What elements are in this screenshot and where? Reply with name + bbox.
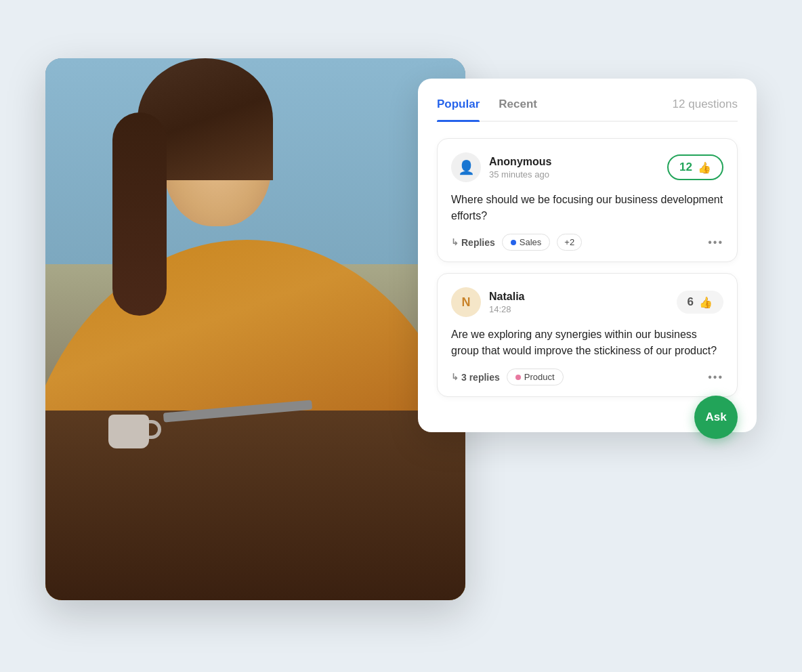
user-meta-2: Natalia 14:28: [489, 291, 524, 314]
tab-recent[interactable]: Recent: [499, 98, 537, 121]
tag-product[interactable]: Product: [507, 369, 564, 385]
thumbup-icon-1: 👍: [698, 161, 711, 174]
user-info-1: 👤 Anonymous 35 minutes ago: [451, 152, 551, 182]
tag-dot-product: [515, 375, 521, 380]
user-info-2: N Natalia 14:28: [451, 287, 524, 317]
card-footer-2: ↳ 3 replies Product •••: [451, 369, 723, 385]
vote-count-2: 6: [688, 295, 694, 309]
person-icon: 👤: [458, 159, 475, 175]
photo-background: [45, 58, 465, 600]
user-meta-1: Anonymous 35 minutes ago: [489, 156, 551, 180]
reply-arrow-icon-1: ↳: [451, 237, 459, 247]
tag-label-sales: Sales: [520, 237, 542, 247]
tag-label-product: Product: [524, 372, 555, 382]
card-footer-1: ↳ Replies Sales +2 •••: [451, 234, 723, 251]
qa-panel: Popular Recent 12 questions 👤 Anonymous …: [418, 79, 757, 432]
question-text-2: Are we exploring any synergies within ou…: [451, 327, 723, 359]
mug: [108, 415, 149, 448]
reply-arrow-icon-2: ↳: [451, 372, 459, 382]
user-name-2: Natalia: [489, 291, 524, 303]
vote-badge-2[interactable]: 6 👍: [677, 291, 723, 314]
avatar-letter-2: N: [462, 295, 471, 310]
card-header-1: 👤 Anonymous 35 minutes ago 12 👍: [451, 152, 723, 182]
card-header-2: N Natalia 14:28 6 👍: [451, 287, 723, 317]
tag-dot-sales: [511, 240, 516, 245]
user-time-1: 35 minutes ago: [489, 169, 551, 180]
vote-count-1: 12: [679, 161, 692, 174]
hair-side: [112, 112, 167, 316]
photo-card: [45, 58, 465, 600]
question-card-2: N Natalia 14:28 6 👍 Are we exploring any…: [437, 273, 738, 397]
question-text-1: Where should we be focusing our business…: [451, 192, 723, 224]
tag-more-1[interactable]: +2: [557, 234, 582, 251]
tab-count: 12 questions: [673, 98, 738, 121]
scene: Popular Recent 12 questions 👤 Anonymous …: [45, 38, 757, 634]
vote-badge-1[interactable]: 12 👍: [667, 154, 723, 180]
user-time-2: 14:28: [489, 304, 524, 314]
replies-link-2[interactable]: ↳ 3 replies: [451, 372, 500, 383]
replies-label-1: Replies: [461, 237, 495, 248]
avatar-2: N: [451, 287, 481, 317]
question-card-1: 👤 Anonymous 35 minutes ago 12 👍 Where sh…: [437, 138, 738, 262]
replies-link-1[interactable]: ↳ Replies: [451, 237, 495, 248]
more-options-1[interactable]: •••: [708, 236, 723, 249]
user-name-1: Anonymous: [489, 156, 551, 168]
tab-popular[interactable]: Popular: [437, 98, 480, 121]
ask-button[interactable]: Ask: [694, 396, 738, 439]
tabs-bar: Popular Recent 12 questions: [437, 98, 738, 122]
tag-sales[interactable]: Sales: [502, 234, 551, 251]
more-options-2[interactable]: •••: [708, 371, 723, 383]
replies-label-2: 3 replies: [461, 372, 500, 383]
thumbup-icon-2: 👍: [699, 296, 713, 309]
avatar-1: 👤: [451, 152, 481, 182]
